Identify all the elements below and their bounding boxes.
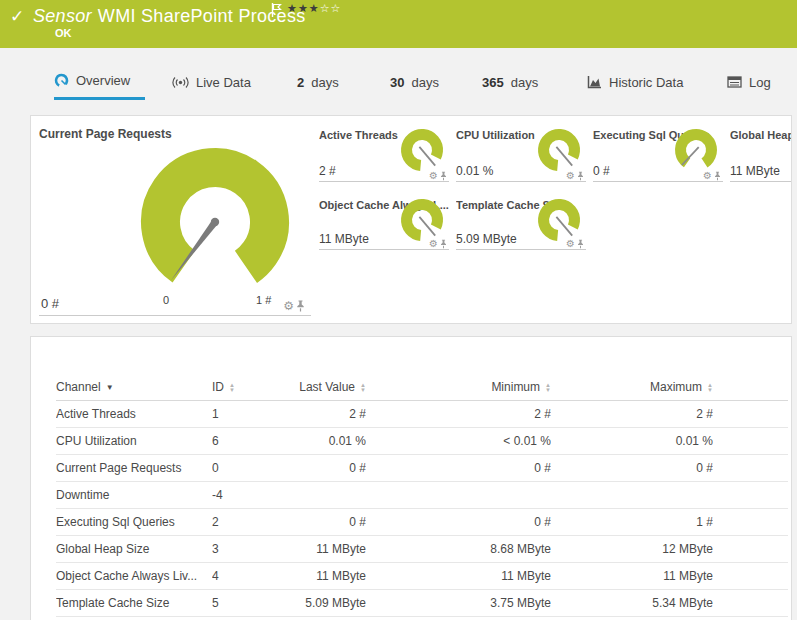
table-cell: Active Threads	[56, 400, 212, 427]
table-cell: 11 MByte	[366, 562, 551, 589]
gauge-title: Current Page Requests	[39, 124, 311, 141]
tab-overview[interactable]: Overview	[54, 64, 145, 100]
star-empty-icon[interactable]: ☆	[331, 2, 342, 14]
star-filled-icon[interactable]: ★	[309, 2, 320, 14]
pin-icon[interactable]	[577, 171, 584, 181]
overview-gauges-panel: Current Page Requests 0 # 0 1 # ⚙ Active…	[30, 115, 792, 324]
table-cell: 2	[212, 508, 266, 535]
tab-log[interactable]: Log	[727, 64, 771, 100]
status-ok-check-icon: ✓	[10, 6, 24, 27]
table-cell: 3.75 MByte	[366, 589, 551, 616]
table-cell: Downtime	[56, 481, 212, 508]
flag-icon[interactable]	[271, 3, 282, 20]
tab-2-days[interactable]: 2days	[297, 64, 339, 100]
sort-desc-icon: ▼	[106, 383, 114, 392]
channels-table: Channel▼ ID▲▼ Last Value▲▼ Minimum▲▼ Max…	[56, 374, 788, 617]
mini-gauge-dial	[536, 127, 582, 173]
column-header-last-value[interactable]: Last Value▲▼	[266, 374, 366, 400]
star-filled-icon[interactable]: ★	[298, 2, 309, 14]
table-row[interactable]: CPU Utilization60.01 %< 0.01 %0.01 %	[56, 427, 788, 454]
gauge-template-cache-size[interactable]: Template Cache Size 5.09 MByte ⚙	[456, 196, 586, 250]
table-row[interactable]: Current Page Requests00 #0 #0 #	[56, 454, 788, 481]
gauge-current-value: 2 #	[319, 164, 336, 178]
table-cell: 3	[212, 535, 266, 562]
column-header-id[interactable]: ID▲▼	[212, 374, 266, 400]
gear-icon[interactable]: ⚙	[566, 170, 575, 181]
gauge-executing-sql-queries[interactable]: Executing Sql Queries 0 # ⚙	[593, 126, 723, 182]
table-cell: -4	[212, 481, 266, 508]
column-header-channel[interactable]: Channel▼	[56, 374, 212, 400]
table-cell: 0 #	[366, 508, 551, 535]
table-row[interactable]: Executing Sql Queries20 #0 #1 #	[56, 508, 788, 535]
table-row[interactable]: Active Threads12 #2 #2 #	[56, 400, 788, 427]
channels-table-panel: Channel▼ ID▲▼ Last Value▲▼ Minimum▲▼ Max…	[30, 336, 792, 620]
mini-gauge-dial	[399, 197, 445, 243]
gauge-current-page-requests[interactable]: Current Page Requests 0 # 0 1 # ⚙	[39, 124, 311, 316]
table-row[interactable]: Object Cache Always Liv...411 MByte11 MB…	[56, 562, 788, 589]
table-cell-spacer	[713, 589, 788, 616]
gauge-current-value: 0.01 %	[456, 164, 493, 178]
table-cell: Current Page Requests	[56, 454, 212, 481]
gauge-cpu-utilization[interactable]: CPU Utilization 0.01 % ⚙	[456, 126, 586, 182]
column-header-maximum[interactable]: Maximum▲▼	[551, 374, 713, 400]
tab-label: Historic Data	[609, 75, 683, 90]
tab-label: days	[411, 75, 438, 90]
pin-icon[interactable]	[296, 300, 305, 312]
star-filled-icon[interactable]: ★	[287, 2, 298, 14]
table-row[interactable]: Template Cache Size55.09 MByte3.75 MByte…	[56, 589, 788, 616]
table-cell-spacer	[713, 508, 788, 535]
tab-label: Log	[749, 75, 771, 90]
pin-icon[interactable]	[440, 239, 447, 249]
gauge-title: Global Heap	[730, 126, 792, 141]
table-cell: 6	[212, 427, 266, 454]
table-cell: 5.34 MByte	[551, 589, 713, 616]
pin-icon[interactable]	[577, 239, 584, 249]
table-cell: Executing Sql Queries	[56, 508, 212, 535]
tab-365-days[interactable]: 365days	[482, 64, 538, 100]
table-cell-spacer	[713, 454, 788, 481]
table-cell: 11 MByte	[551, 562, 713, 589]
gauge-current-value: 11 MByte	[730, 164, 780, 178]
table-body: Active Threads12 #2 #2 #CPU Utilization6…	[56, 400, 788, 616]
table-cell: 4	[212, 562, 266, 589]
table-row[interactable]: Downtime-4	[56, 481, 788, 508]
table-cell: 0 #	[551, 454, 713, 481]
page-title: SensorWMI SharePoint Process	[33, 6, 306, 27]
sort-icon: ▲▼	[707, 383, 713, 393]
gauge-current-value: 0 #	[593, 164, 610, 178]
table-cell: CPU Utilization	[56, 427, 212, 454]
gauge-object-cache-always-live[interactable]: Object Cache Always L... 11 MByte ⚙	[319, 196, 449, 250]
gauge-current-value: 11 MByte	[319, 232, 369, 246]
priority-stars[interactable]: ★★★☆☆	[287, 2, 341, 15]
gear-icon[interactable]: ⚙	[429, 170, 438, 181]
object-kind-label: Sensor	[33, 6, 92, 26]
gauge-global-heap[interactable]: Global Heap 11 MByte	[730, 126, 792, 182]
table-cell: < 0.01 %	[366, 427, 551, 454]
table-cell: 11 MByte	[266, 562, 366, 589]
star-empty-icon[interactable]: ☆	[320, 2, 331, 14]
gear-icon[interactable]: ⚙	[703, 170, 712, 181]
table-cell: 1	[212, 400, 266, 427]
tab-label: Overview	[76, 73, 130, 88]
table-cell: 11 MByte	[266, 535, 366, 562]
table-cell: 0 #	[266, 508, 366, 535]
gauge-active-threads[interactable]: Active Threads 2 # ⚙	[319, 126, 449, 182]
main-gauge-dial	[39, 146, 311, 306]
gear-icon[interactable]: ⚙	[429, 238, 438, 249]
sensor-header: ✓ SensorWMI SharePoint Process ★★★☆☆ OK	[0, 0, 797, 48]
column-header-minimum[interactable]: Minimum▲▼	[366, 374, 551, 400]
tab-historic-data[interactable]: Historic Data	[587, 64, 683, 100]
table-cell	[366, 481, 551, 508]
area-chart-icon	[587, 76, 602, 89]
column-header-spacer	[713, 374, 788, 400]
pin-icon[interactable]	[714, 171, 721, 181]
tab-live-data[interactable]: Live Data	[172, 64, 251, 100]
table-cell: 2 #	[366, 400, 551, 427]
tab-30-days[interactable]: 30days	[390, 64, 439, 100]
gear-icon[interactable]: ⚙	[283, 299, 294, 313]
gear-icon[interactable]: ⚙	[566, 238, 575, 249]
pin-icon[interactable]	[440, 171, 447, 181]
table-row[interactable]: Global Heap Size311 MByte8.68 MByte12 MB…	[56, 535, 788, 562]
table-cell: 0 #	[266, 454, 366, 481]
live-broadcast-icon	[172, 76, 189, 89]
